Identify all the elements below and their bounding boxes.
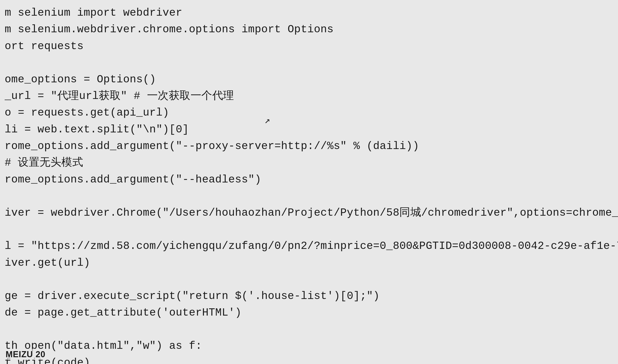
code-line: _url = "代理url获取" # 一次获取一个代理	[0, 88, 618, 104]
code-line: m selenium.webdriver.chrome.options impo…	[0, 21, 618, 38]
code-line: rome_options.add_argument("--proxy-serve…	[0, 138, 618, 155]
code-line: ge = driver.execute_script("return $('.h…	[0, 288, 618, 305]
code-content: m selenium import webdriverm selenium.we…	[0, 5, 618, 364]
code-line: m selenium import webdriver	[0, 5, 618, 21]
code-line	[0, 221, 618, 238]
code-line: f.write(code)	[0, 355, 618, 364]
code-line	[0, 55, 618, 71]
code-line: iver = webdriver.Chrome("/Users/houhaozh…	[0, 205, 618, 221]
code-line: li = web.text.split("\n")[0]	[0, 121, 618, 138]
code-line	[0, 188, 618, 205]
code-line: rome_options.add_argument("--headless")	[0, 171, 618, 188]
code-line: # 设置无头模式	[0, 155, 618, 171]
code-line	[0, 321, 618, 338]
code-editor: m selenium import webdriverm selenium.we…	[0, 0, 618, 364]
code-line: ome_options = Options()	[0, 71, 618, 88]
code-line: th open("data.html","w") as f:	[0, 338, 618, 354]
code-line: de = page.get_attribute('outerHTML')	[0, 305, 618, 321]
watermark: MEIZU 20	[4, 349, 47, 360]
code-line	[0, 271, 618, 288]
code-line: l = "https://zmd.58.com/yichengqu/zufang…	[0, 238, 618, 255]
code-line: iver.get(url)	[0, 255, 618, 271]
code-line: ort requests	[0, 38, 618, 55]
code-line: o = requests.get(api_url)	[0, 104, 618, 121]
